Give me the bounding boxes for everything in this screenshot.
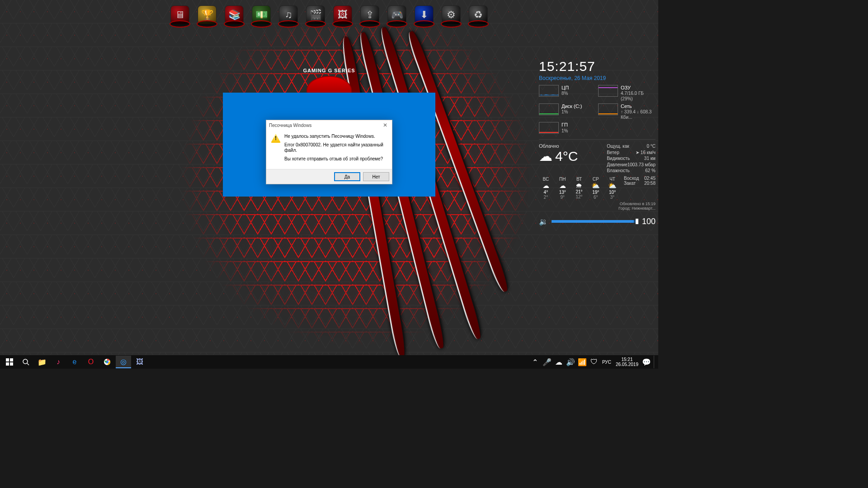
dock-money[interactable]: 💵 bbox=[248, 1, 274, 29]
taskbar-chrome[interactable] bbox=[99, 356, 115, 368]
forecast-day: ПН☁13°9° bbox=[556, 177, 570, 200]
weather-widget: Облачно ☁ 4°C Ощущ. как0 °C Ветер➤ 16 км… bbox=[539, 139, 656, 211]
dock-share[interactable]: ⇪ bbox=[357, 1, 383, 29]
metric-ram: ОЗУ4.7/16.0 ГБ (29%) bbox=[598, 85, 656, 102]
tray-volume-icon[interactable]: 🔊 bbox=[565, 356, 576, 368]
tray-network-icon[interactable]: 📶 bbox=[577, 356, 588, 368]
volume-slider[interactable] bbox=[552, 220, 638, 223]
volume-widget[interactable]: 🔉 100 bbox=[539, 217, 656, 226]
dock-download[interactable]: ⬇ bbox=[411, 1, 437, 29]
svg-line-5 bbox=[27, 363, 29, 365]
svg-rect-0 bbox=[6, 358, 9, 361]
svg-rect-3 bbox=[10, 362, 13, 366]
clock-date: Воскресенье, 26 Мая 2019 bbox=[539, 75, 656, 81]
dialog-title: Песочница Windows bbox=[269, 123, 311, 128]
forecast-day: СР⛅19°6° bbox=[589, 177, 603, 200]
tray-onedrive-icon[interactable]: ☁ bbox=[553, 356, 564, 368]
warning-icon bbox=[271, 134, 281, 143]
tray-defender-icon[interactable]: 🛡 bbox=[589, 356, 599, 368]
error-dialog: Песочница Windows ✕ Не удалось запустить… bbox=[266, 120, 392, 184]
dock-games[interactable]: 🎮 bbox=[384, 1, 410, 29]
top-dock: 🖥🏆📚💵♫🎬🖼⇪🎮⬇⚙♻ bbox=[167, 0, 491, 29]
dock-trophy[interactable]: 🏆 bbox=[194, 1, 220, 29]
tray-mic-icon[interactable]: 🎤 bbox=[542, 356, 552, 368]
tray-notifications-icon[interactable]: 💬 bbox=[641, 356, 652, 368]
desktop-gadgets: 15:21:57 Воскресенье, 26 Мая 2019 ЦП8% О… bbox=[539, 59, 656, 226]
speaker-icon[interactable]: 🔉 bbox=[539, 217, 548, 226]
dock-settings[interactable]: ⚙ bbox=[438, 1, 464, 29]
dialog-message: Не удалось запустить Песочницу Windows. … bbox=[284, 134, 387, 164]
metric-cpu: ЦП8% bbox=[539, 85, 596, 102]
yes-button[interactable]: Да bbox=[334, 172, 360, 181]
dock-monitor[interactable]: 🖥 bbox=[167, 1, 193, 29]
taskbar: 📁 ♪ e O ◎ 🖼 ⌃ 🎤 ☁ 🔊 📶 🛡 РУС 15:2126.05.2… bbox=[0, 355, 658, 369]
system-metrics: ЦП8% ОЗУ4.7/16.0 ГБ (29%) Диск (C:)1% Се… bbox=[539, 85, 656, 134]
search-button[interactable] bbox=[18, 356, 33, 368]
volume-value: 100 bbox=[642, 217, 656, 226]
no-button[interactable]: Нет bbox=[363, 172, 389, 181]
taskbar-opera[interactable]: O bbox=[83, 356, 99, 368]
taskbar-explorer[interactable]: 📁 bbox=[34, 356, 50, 368]
dock-photos[interactable]: 🖼 bbox=[330, 1, 356, 29]
metric-disk: Диск (C:)1% bbox=[539, 103, 596, 120]
weather-condition: Облачно bbox=[539, 143, 578, 149]
dock-books[interactable]: 📚 bbox=[221, 1, 247, 29]
svg-rect-1 bbox=[10, 358, 13, 361]
weather-updated: Обновлено в 15:19 bbox=[539, 202, 656, 206]
tray-chevron-up-icon[interactable]: ⌃ bbox=[530, 356, 541, 368]
forecast-day: ЧТ⛅10°3° bbox=[605, 177, 619, 200]
taskbar-itunes[interactable]: ♪ bbox=[51, 356, 66, 368]
taskbar-photos[interactable]: 🖼 bbox=[132, 356, 147, 368]
dock-movies[interactable]: 🎬 bbox=[302, 1, 329, 29]
svg-rect-2 bbox=[6, 362, 9, 366]
metric-gpu: ГП1% bbox=[539, 122, 596, 134]
dock-recycle[interactable]: ♻ bbox=[465, 1, 491, 29]
weather-city: Город: Нижневарт... bbox=[539, 206, 656, 211]
metric-network: Сеть↑ 339.4 ↓ 608.3 Кби... bbox=[598, 103, 656, 120]
windows-sandbox-window[interactable]: Песочница Windows ✕ Не удалось запустить… bbox=[223, 93, 435, 197]
badge-text: GAMING G SERIES bbox=[300, 68, 359, 73]
cloud-icon: ☁ bbox=[539, 150, 552, 163]
tray-clock[interactable]: 15:2126.05.2019 bbox=[614, 357, 640, 367]
dock-music[interactable]: ♫ bbox=[275, 1, 302, 29]
start-button[interactable] bbox=[2, 356, 17, 368]
dialog-titlebar[interactable]: Песочница Windows ✕ bbox=[266, 120, 392, 130]
clock-time: 15:21:57 bbox=[539, 59, 656, 74]
tray-language[interactable]: РУС bbox=[600, 360, 613, 365]
show-desktop-button[interactable] bbox=[654, 356, 656, 368]
taskbar-edge[interactable]: e bbox=[67, 356, 82, 368]
forecast-day: ВС☁4°2° bbox=[539, 177, 553, 200]
svg-point-4 bbox=[23, 359, 28, 364]
close-icon[interactable]: ✕ bbox=[381, 122, 389, 128]
taskbar-sandbox[interactable]: ◎ bbox=[116, 356, 131, 368]
forecast-day: ВТ🌧21°12° bbox=[572, 177, 586, 200]
weather-temperature: 4°C bbox=[555, 149, 578, 164]
